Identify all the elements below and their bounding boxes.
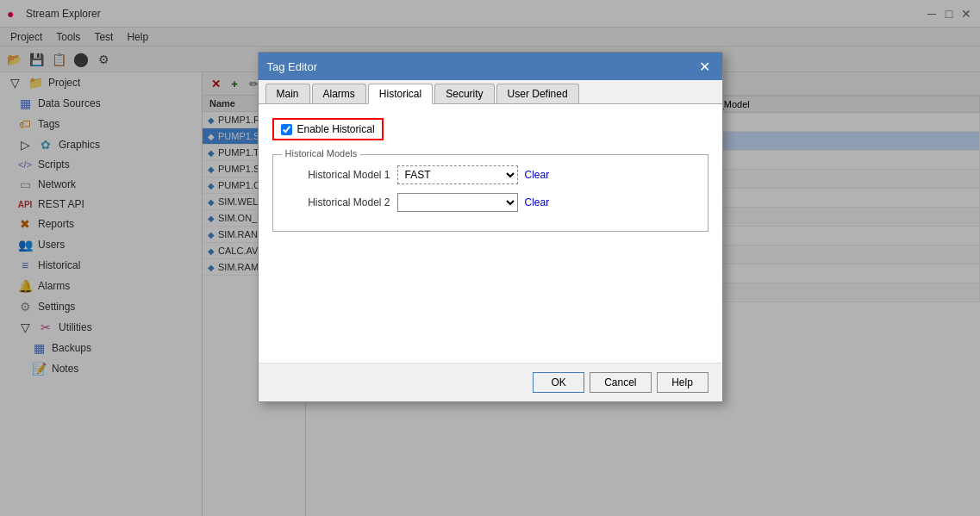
cancel-button[interactable]: Cancel (590, 372, 651, 393)
dialog-tabs: Main Alarms Historical Security User Def… (259, 80, 722, 104)
tag-editor-dialog: Tag Editor ✕ Main Alarms Historical Secu… (258, 52, 723, 402)
dialog-close-button[interactable]: ✕ (696, 58, 714, 75)
tab-historical[interactable]: Historical (368, 84, 433, 104)
tab-alarms[interactable]: Alarms (312, 84, 366, 103)
model2-row: Historical Model 2 Clear (287, 193, 694, 212)
enable-historical-checkbox[interactable] (281, 124, 292, 135)
model1-label: Historical Model 1 (287, 169, 390, 181)
enable-historical-row: Enable Historical (272, 118, 708, 140)
ok-button[interactable]: OK (533, 372, 584, 393)
dialog-overlay: Tag Editor ✕ Main Alarms Historical Secu… (0, 0, 980, 516)
enable-historical-checkbox-group: Enable Historical (272, 118, 384, 140)
model1-select[interactable]: FAST SLOW MEDIUM (397, 165, 518, 184)
enable-historical-label: Enable Historical (297, 123, 375, 135)
dialog-title: Tag Editor (267, 60, 318, 73)
help-button[interactable]: Help (657, 372, 708, 393)
tab-security[interactable]: Security (434, 84, 494, 103)
model1-clear-link[interactable]: Clear (525, 169, 550, 181)
dialog-title-bar: Tag Editor ✕ (259, 53, 722, 80)
tab-main[interactable]: Main (265, 84, 310, 103)
historical-models-group: Historical Models Historical Model 1 FAS… (272, 154, 708, 232)
tab-user-defined[interactable]: User Defined (496, 84, 579, 103)
dialog-content: Enable Historical Historical Models Hist… (259, 104, 722, 363)
model2-select[interactable] (397, 193, 518, 212)
model1-row: Historical Model 1 FAST SLOW MEDIUM Clea… (287, 165, 694, 184)
model2-clear-link[interactable]: Clear (525, 196, 550, 208)
model2-label: Historical Model 2 (287, 196, 390, 208)
dialog-footer: OK Cancel Help (259, 363, 722, 401)
historical-models-legend: Historical Models (282, 148, 361, 159)
